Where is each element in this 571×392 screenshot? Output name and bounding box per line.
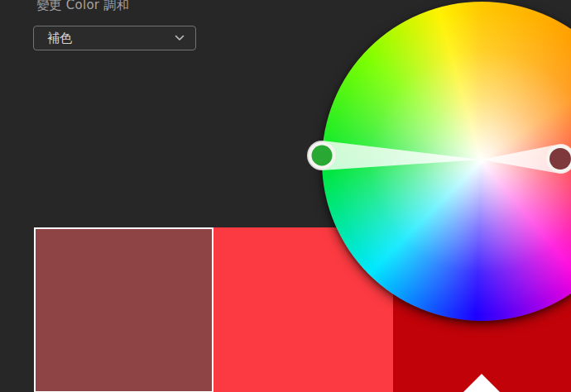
color-harmony-panel: 變更 Color 調和 補色 [0, 0, 571, 392]
base-handle[interactable] [549, 148, 571, 170]
harmony-type-selected-value: 補色 [47, 31, 72, 46]
active-color-caret-icon [463, 374, 500, 392]
chevron-down-icon [175, 35, 185, 41]
page-title: 變更 Color 調和 [36, 0, 129, 13]
harmony-type-dropdown[interactable]: 補色 [33, 26, 196, 50]
complement-handle[interactable] [312, 146, 333, 166]
swatch-selected[interactable] [34, 227, 214, 392]
